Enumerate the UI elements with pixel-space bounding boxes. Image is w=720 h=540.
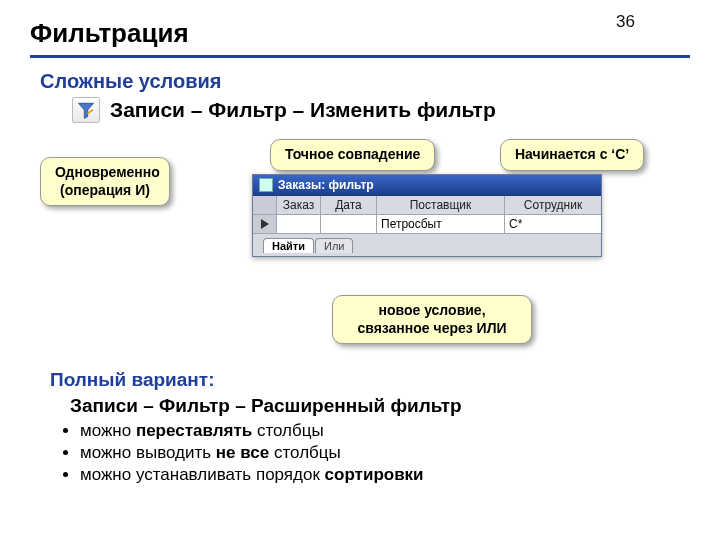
bullet-1: можно переставлять столбцы xyxy=(80,421,720,441)
full-variant-path: Записи – Фильтр – Расширенный фильтр xyxy=(70,395,720,417)
tab-strip: Найти Или xyxy=(253,233,601,256)
window-titlebar: Заказы: фильтр xyxy=(253,175,601,196)
col-header-order: Заказ xyxy=(277,196,321,214)
window-icon xyxy=(259,178,273,192)
col-header-employee: Сотрудник xyxy=(505,196,601,214)
cell-order[interactable] xyxy=(277,215,321,233)
callout-exact: Точное совпадение xyxy=(270,139,435,171)
menu-path-row: Записи – Фильтр – Изменить фильтр xyxy=(72,97,720,123)
svg-marker-2 xyxy=(261,219,269,229)
slide-number: 36 xyxy=(616,12,635,32)
bullet-2: можно выводить не все столбцы xyxy=(80,443,720,463)
row-selector[interactable] xyxy=(253,215,277,233)
filter-edit-icon xyxy=(72,97,100,123)
tab-or[interactable]: Или xyxy=(315,238,353,253)
grid-row: Петросбыт С* xyxy=(253,215,601,233)
page-title: Фильтрация xyxy=(0,0,720,51)
callout-starts: Начинается с ‘С’ xyxy=(500,139,644,171)
row-selector-header xyxy=(253,196,277,214)
col-header-date: Дата xyxy=(321,196,377,214)
bullet-list: можно переставлять столбцы можно выводит… xyxy=(80,421,720,485)
full-variant-heading: Полный вариант: xyxy=(50,369,720,391)
bullet-3: можно устанавливать порядок сортировки xyxy=(80,465,720,485)
subheading: Сложные условия xyxy=(40,70,720,93)
row-pointer-icon xyxy=(261,219,269,229)
window-title: Заказы: фильтр xyxy=(278,178,374,192)
cell-date[interactable] xyxy=(321,215,377,233)
menu-path-text: Записи – Фильтр – Изменить фильтр xyxy=(110,98,496,122)
title-underline xyxy=(30,55,690,58)
tab-find[interactable]: Найти xyxy=(263,238,314,253)
cell-employee[interactable]: С* xyxy=(505,215,601,233)
cell-supplier[interactable]: Петросбыт xyxy=(377,215,505,233)
filter-window: Заказы: фильтр Заказ Дата Поставщик Сотр… xyxy=(252,174,602,257)
diagram-area: Одновременно (операция И) Точное совпаде… xyxy=(0,139,720,289)
callout-and: Одновременно (операция И) xyxy=(40,157,170,206)
callout-or-condition: новое условие, связанное через ИЛИ xyxy=(332,295,532,344)
grid-header: Заказ Дата Поставщик Сотрудник xyxy=(253,196,601,215)
full-variant-block: Полный вариант: Записи – Фильтр – Расшир… xyxy=(50,369,720,485)
col-header-supplier: Поставщик xyxy=(377,196,505,214)
